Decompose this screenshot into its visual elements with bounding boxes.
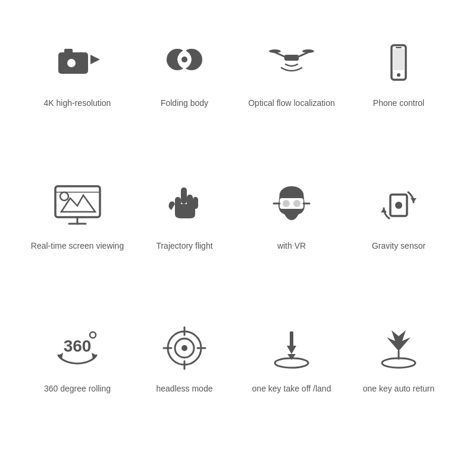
takeoff-icon [265, 321, 318, 375]
feature-realtime: Real-time screen viewing [24, 167, 131, 309]
feature-optical: Optical flow localization [238, 24, 345, 167]
svg-marker-36 [381, 208, 387, 212]
svg-text:360: 360 [63, 337, 91, 355]
feature-gravity: Gravity sensor [345, 167, 452, 309]
svg-marker-35 [411, 198, 416, 202]
phone-icon [372, 36, 425, 89]
svg-rect-17 [396, 47, 402, 48]
vr-label: with VR [277, 240, 306, 252]
360-icon: 360 [51, 321, 104, 375]
folding-label: Folding body [161, 98, 208, 109]
realtime-icon [51, 178, 104, 232]
feature-folding: Folding body [131, 24, 238, 167]
optical-label: Optical flow localization [248, 98, 335, 109]
gravity-label: Gravity sensor [372, 240, 425, 252]
svg-line-9 [275, 52, 284, 57]
feature-vr: with VR [238, 167, 345, 309]
realtime-label: Real-time screen viewing [31, 240, 124, 252]
feature-return: one key auto return [345, 309, 452, 452]
feature-takeoff: one key take off /land [238, 309, 345, 452]
svg-point-13 [290, 58, 293, 61]
svg-rect-50 [290, 331, 293, 347]
svg-point-12 [302, 49, 314, 53]
4k-icon [51, 36, 104, 89]
optical-icon [265, 36, 318, 89]
feature-headless: headless mode [131, 309, 238, 452]
svg-marker-19 [61, 195, 95, 212]
vr-icon [265, 178, 318, 232]
folding-icon [158, 36, 211, 89]
features-grid: 4K high-resolution Folding body [12, 12, 464, 464]
svg-point-38 [90, 332, 96, 338]
svg-rect-3 [64, 49, 73, 54]
4k-label: 4K high-resolution [44, 98, 111, 109]
svg-rect-24 [181, 187, 187, 204]
svg-rect-15 [393, 49, 404, 70]
svg-point-2 [67, 59, 76, 67]
svg-point-20 [60, 192, 68, 201]
svg-point-29 [283, 200, 290, 207]
svg-point-7 [181, 57, 187, 62]
feature-360: 360 360 degree rolling [24, 309, 131, 452]
takeoff-label: one key take off /land [252, 383, 331, 395]
svg-point-30 [293, 200, 300, 207]
headless-label: headless mode [156, 383, 213, 395]
feature-phone: Phone control [345, 24, 452, 167]
trajectory-label: Trajectory flight [156, 240, 212, 252]
trajectory-icon [158, 178, 211, 232]
svg-marker-49 [287, 346, 296, 354]
svg-point-34 [395, 202, 402, 209]
return-icon [372, 321, 425, 375]
headless-icon [158, 321, 211, 375]
feature-trajectory: Trajectory flight [131, 167, 238, 309]
phone-label: Phone control [373, 98, 424, 109]
svg-marker-4 [90, 55, 100, 64]
feature-4k: 4K high-resolution [24, 24, 131, 167]
gravity-icon [372, 178, 425, 232]
return-label: one key auto return [363, 383, 435, 395]
svg-line-10 [299, 52, 308, 57]
svg-point-11 [269, 49, 281, 53]
svg-point-43 [181, 345, 187, 351]
360-label: 360 degree rolling [44, 383, 111, 395]
svg-point-16 [397, 73, 400, 77]
